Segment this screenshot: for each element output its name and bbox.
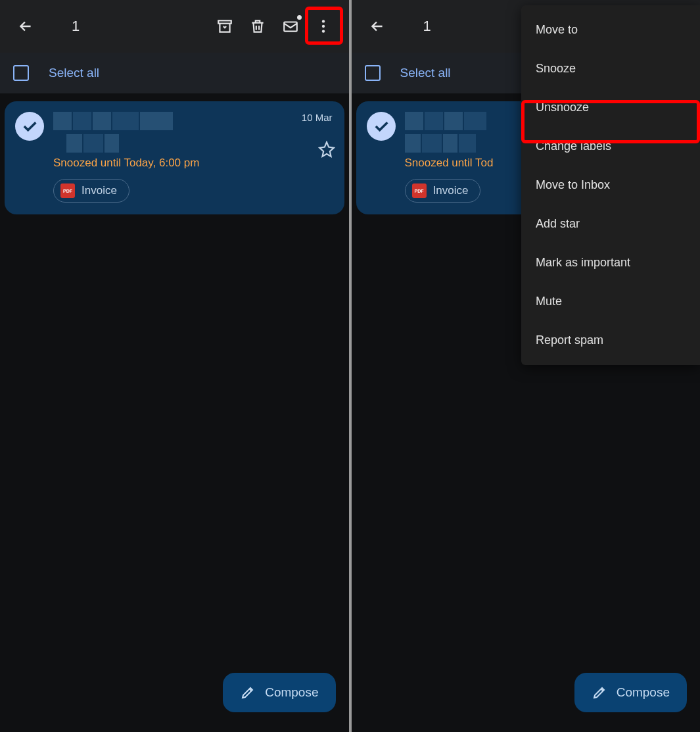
archive-button[interactable]	[208, 10, 241, 43]
selection-count: 1	[72, 18, 208, 35]
menu-unsnooze[interactable]: Unsnooze	[521, 88, 700, 127]
menu-change-labels[interactable]: Change labels	[521, 127, 700, 166]
email-content: Snoozed until Today, 6:00 pm PDF Invoice	[53, 112, 334, 203]
select-all-row[interactable]: Select all	[0, 53, 349, 93]
delete-button[interactable]	[241, 10, 274, 43]
back-button[interactable]	[9, 10, 42, 43]
select-all-checkbox[interactable]	[13, 65, 29, 81]
select-all-label: Select all	[400, 66, 451, 80]
compose-button[interactable]: Compose	[223, 673, 335, 712]
email-date: 10 Mar	[302, 112, 333, 123]
menu-snooze[interactable]: Snooze	[521, 49, 700, 88]
back-button[interactable]	[361, 10, 394, 43]
menu-report-spam[interactable]: Report spam	[521, 321, 700, 360]
compose-button[interactable]: Compose	[574, 673, 687, 712]
select-all-label: Select all	[49, 66, 99, 80]
selected-checkmark-avatar[interactable]	[367, 112, 396, 141]
redacted-sender	[53, 112, 334, 130]
compose-label: Compose	[265, 685, 318, 700]
mark-unread-button[interactable]	[274, 10, 307, 43]
menu-move-to-inbox[interactable]: Move to Inbox	[521, 166, 700, 205]
svg-rect-0	[218, 20, 231, 23]
menu-mute[interactable]: Mute	[521, 282, 700, 321]
attachment-chip[interactable]: PDF Invoice	[53, 179, 129, 203]
email-item-selected[interactable]: Snoozed until Today, 6:00 pm PDF Invoice…	[5, 101, 344, 214]
more-menu-button[interactable]	[307, 10, 340, 43]
select-all-checkbox[interactable]	[365, 65, 381, 81]
svg-point-4	[321, 30, 324, 32]
phone-left: 1 Select all	[0, 0, 349, 732]
svg-rect-1	[284, 22, 297, 32]
redacted-subject	[53, 134, 334, 153]
overflow-menu: Move to Snooze Unsnooze Change labels Mo…	[521, 5, 700, 365]
menu-move-to[interactable]: Move to	[521, 11, 700, 49]
pdf-icon: PDF	[412, 183, 427, 198]
phone-right: 1 Select all Snoozed until Tod PDF	[352, 0, 701, 732]
attachment-chip[interactable]: PDF Invoice	[405, 179, 481, 203]
star-button[interactable]	[318, 141, 335, 160]
attachment-name: Invoice	[82, 184, 117, 197]
selected-checkmark-avatar[interactable]	[15, 112, 44, 141]
pdf-icon: PDF	[60, 183, 75, 198]
compose-label: Compose	[617, 685, 670, 700]
snooze-info: Snoozed until Today, 6:00 pm	[53, 157, 334, 170]
svg-point-3	[321, 25, 324, 28]
attachment-name: Invoice	[433, 184, 469, 197]
menu-mark-important[interactable]: Mark as important	[521, 243, 700, 282]
svg-point-2	[321, 20, 324, 22]
menu-add-star[interactable]: Add star	[521, 205, 700, 243]
toolbar: 1	[0, 0, 349, 53]
